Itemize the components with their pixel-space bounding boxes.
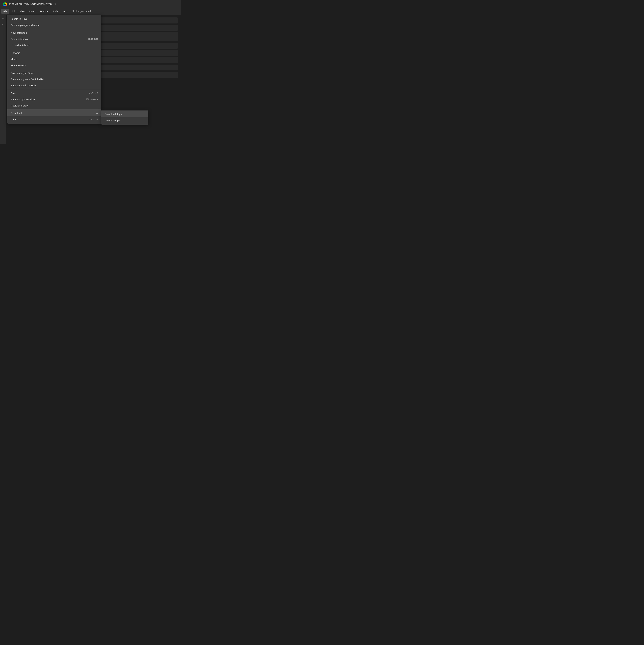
menu-item-new-notebook[interactable]: New notebook [7,30,101,36]
google-drive-icon [3,2,7,6]
menu-item-save-pin[interactable]: Save and pin revision ⌘/Ctrl+M S [7,96,101,102]
download-container: Download ▶ Download .ipynb Download .py [7,110,101,117]
menu-help[interactable]: Help [60,9,69,14]
menu-item-save-copy-drive[interactable]: Save a copy in Drive [7,70,101,76]
title-bar: mpt-7b on AWS SageMaker.ipynb ☆ [0,0,181,8]
menu-item-open-playground[interactable]: Open in playground mode [7,22,101,28]
star-icon[interactable]: ☆ [54,2,56,6]
menu-item-save[interactable]: Save ⌘/Ctrl+S [7,90,101,96]
sidebar: + ▼ [0,15,6,144]
content-area: + ▼ un this on a CPU, even a very fast o… [0,15,181,144]
menu-file[interactable]: File [1,9,9,14]
saved-status: All changes saved [72,10,91,13]
download-submenu: Download .ipynb Download .py [101,110,148,125]
menu-item-revision-history[interactable]: Revision history [7,102,101,109]
menu-item-move[interactable]: Move [7,56,101,62]
menu-bar: File Edit View Insert Runtime Tools Help… [0,8,181,15]
menu-item-locate-drive[interactable]: Locate in Drive [7,16,101,22]
menu-item-move-trash[interactable]: Move to trash [7,62,101,68]
add-cell-button[interactable]: + [1,16,5,21]
menu-item-save-copy-github[interactable]: Save a copy in GitHub [7,82,101,88]
menu-item-save-copy-gist[interactable]: Save a copy as a GitHub Gist [7,76,101,82]
collapse-button[interactable]: ▼ [1,22,5,27]
notebook-title: mpt-7b on AWS SageMaker.ipynb [9,2,52,6]
divider-4 [7,89,101,89]
menu-edit[interactable]: Edit [10,9,18,14]
submenu-item-download-ipynb[interactable]: Download .ipynb [101,111,148,118]
divider-1 [7,29,101,29]
menu-item-print[interactable]: Print ⌘/Ctrl+P [7,117,101,123]
menu-item-upload-notebook[interactable]: Upload notebook [7,42,101,48]
submenu-arrow-icon: ▶ [96,112,98,115]
submenu-item-download-py[interactable]: Download .py [101,118,148,124]
menu-insert[interactable]: Insert [27,9,37,14]
menu-item-rename[interactable]: Rename [7,50,101,56]
menu-view[interactable]: View [18,9,27,14]
menu-item-download[interactable]: Download ▶ [7,110,101,117]
file-dropdown-menu: Locate in Drive Open in playground mode … [7,15,101,124]
menu-runtime[interactable]: Runtime [38,9,50,14]
menu-item-open-notebook[interactable]: Open notebook ⌘/Ctrl+O [7,36,101,42]
menu-tools[interactable]: Tools [51,9,60,14]
